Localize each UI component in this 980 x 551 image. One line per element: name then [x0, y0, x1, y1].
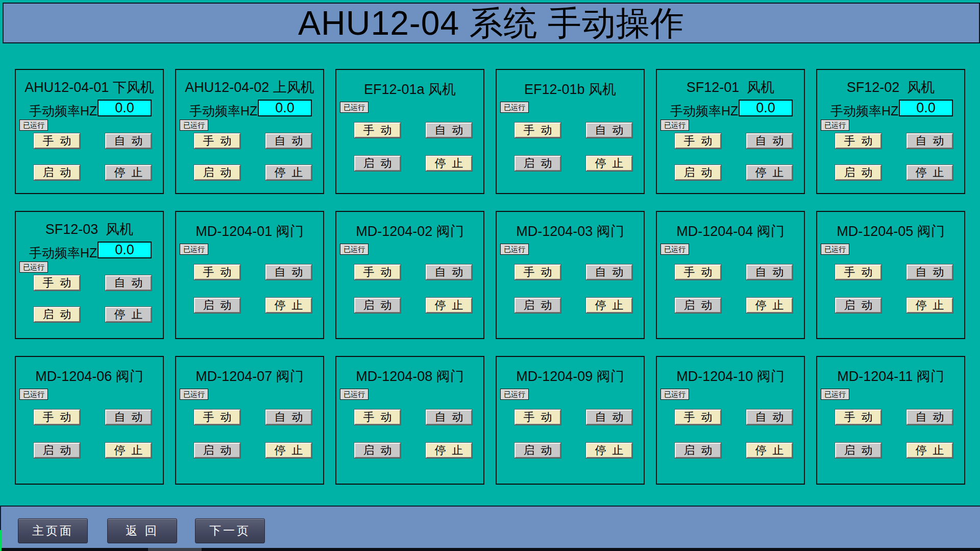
start-button[interactable]: 启 动	[34, 443, 80, 458]
device-panel: MD-1204-10 阀门 已运行 手 动 自 动 启 动 停 止	[656, 356, 805, 485]
auto-button[interactable]: 自 动	[265, 410, 312, 425]
auto-button[interactable]: 自 动	[586, 265, 632, 280]
start-button[interactable]: 启 动	[675, 443, 721, 458]
running-status-badge: 已运行	[821, 244, 849, 255]
stop-button[interactable]: 停 止	[746, 165, 793, 180]
stop-button[interactable]: 停 止	[105, 165, 152, 180]
auto-button[interactable]: 自 动	[105, 133, 152, 149]
next-page-button[interactable]: 下一页	[195, 518, 265, 543]
auto-button[interactable]: 自 动	[586, 123, 632, 138]
running-status-badge: 已运行	[821, 389, 849, 400]
main-page-button[interactable]: 主页面	[18, 518, 88, 543]
device-panel-grid: AHU12-04-01 下风机 手动频率HZ 0.0 已运行 手 动 自 动 启…	[15, 69, 965, 485]
stop-button[interactable]: 停 止	[265, 165, 312, 180]
device-panel: SF12-02 风机 手动频率HZ 0.0 已运行 手 动 自 动 启 动 停 …	[816, 69, 965, 194]
device-title: MD-1204-11 阀门	[817, 367, 964, 386]
start-button[interactable]: 启 动	[354, 443, 401, 458]
stop-button[interactable]: 停 止	[586, 443, 632, 458]
start-button[interactable]: 启 动	[34, 165, 80, 180]
auto-button[interactable]: 自 动	[906, 265, 953, 280]
stop-button[interactable]: 停 止	[105, 443, 152, 458]
auto-button[interactable]: 自 动	[906, 410, 953, 425]
manual-button[interactable]: 手 动	[34, 275, 80, 291]
stop-button[interactable]: 停 止	[265, 298, 312, 313]
device-title: AHU12-04-02 上风机	[176, 78, 323, 97]
manual-button[interactable]: 手 动	[514, 410, 561, 425]
stop-button[interactable]: 停 止	[906, 443, 953, 458]
auto-button[interactable]: 自 动	[265, 265, 312, 280]
auto-button[interactable]: 自 动	[105, 410, 152, 425]
auto-button[interactable]: 自 动	[426, 123, 472, 138]
stop-button[interactable]: 停 止	[586, 156, 632, 171]
auto-button[interactable]: 自 动	[746, 265, 793, 280]
stop-button[interactable]: 停 止	[426, 298, 472, 313]
manual-button[interactable]: 手 动	[675, 265, 721, 280]
start-button[interactable]: 启 动	[354, 156, 401, 171]
manual-button[interactable]: 手 动	[354, 123, 401, 138]
freq-input[interactable]: 0.0	[97, 100, 152, 116]
manual-button[interactable]: 手 动	[675, 410, 721, 425]
manual-button[interactable]: 手 动	[675, 133, 721, 149]
stop-button[interactable]: 停 止	[906, 298, 953, 313]
auto-button[interactable]: 自 动	[746, 410, 793, 425]
stop-button[interactable]: 停 止	[426, 443, 472, 458]
freq-input[interactable]: 0.0	[899, 100, 953, 116]
back-button[interactable]: 返 回	[107, 518, 177, 543]
device-panel: MD-1204-09 阀门 已运行 手 动 自 动 启 动 停 止	[496, 356, 645, 485]
manual-button[interactable]: 手 动	[194, 133, 240, 149]
taskbar-strip-segment	[148, 548, 202, 551]
auto-button[interactable]: 自 动	[906, 133, 953, 149]
manual-button[interactable]: 手 动	[835, 410, 881, 425]
running-status-badge: 已运行	[500, 244, 529, 255]
device-title: EF12-01a 风机	[336, 80, 483, 99]
start-button[interactable]: 启 动	[194, 443, 240, 458]
manual-button[interactable]: 手 动	[194, 265, 240, 280]
stop-button[interactable]: 停 止	[746, 443, 793, 458]
auto-button[interactable]: 自 动	[746, 133, 793, 149]
running-status-badge: 已运行	[180, 244, 208, 255]
stop-button[interactable]: 停 止	[586, 298, 632, 313]
start-button[interactable]: 启 动	[354, 298, 401, 313]
manual-button[interactable]: 手 动	[514, 265, 561, 280]
stop-button[interactable]: 停 止	[265, 443, 312, 458]
manual-button[interactable]: 手 动	[354, 410, 401, 425]
device-title: MD-1204-06 阀门	[16, 367, 163, 386]
manual-button[interactable]: 手 动	[514, 123, 561, 138]
auto-button[interactable]: 自 动	[265, 133, 312, 149]
stop-button[interactable]: 停 止	[746, 298, 793, 313]
manual-button[interactable]: 手 动	[34, 133, 80, 149]
manual-button[interactable]: 手 动	[835, 133, 881, 149]
start-button[interactable]: 启 动	[835, 443, 881, 458]
start-button[interactable]: 启 动	[835, 165, 881, 180]
start-button[interactable]: 启 动	[514, 443, 561, 458]
start-button[interactable]: 启 动	[194, 298, 240, 313]
freq-input[interactable]: 0.0	[739, 100, 793, 116]
start-button[interactable]: 启 动	[675, 165, 721, 180]
auto-button[interactable]: 自 动	[426, 265, 472, 280]
start-button[interactable]: 启 动	[194, 165, 240, 180]
auto-button[interactable]: 自 动	[105, 275, 152, 291]
stop-button[interactable]: 停 止	[426, 156, 472, 171]
manual-button[interactable]: 手 动	[194, 410, 240, 425]
manual-button[interactable]: 手 动	[34, 410, 80, 425]
auto-button[interactable]: 自 动	[586, 410, 632, 425]
start-button[interactable]: 启 动	[514, 298, 561, 313]
stop-button[interactable]: 停 止	[105, 307, 152, 322]
running-status-badge: 已运行	[660, 244, 689, 255]
freq-input[interactable]: 0.0	[97, 242, 152, 258]
device-panel: EF12-01b 风机 已运行 手 动 自 动 启 动 停 止	[496, 69, 645, 194]
manual-button[interactable]: 手 动	[835, 265, 881, 280]
device-title: MD-1204-09 阀门	[497, 367, 644, 386]
device-title: SF12-03 风机	[16, 220, 163, 238]
stop-button[interactable]: 停 止	[906, 165, 953, 180]
start-button[interactable]: 启 动	[34, 307, 80, 322]
start-button[interactable]: 启 动	[514, 156, 561, 171]
manual-button[interactable]: 手 动	[354, 265, 401, 280]
start-button[interactable]: 启 动	[835, 298, 881, 313]
screen-edge-green-line	[0, 530, 2, 551]
freq-label: 手动频率HZ	[830, 103, 898, 119]
auto-button[interactable]: 自 动	[426, 410, 472, 425]
running-status-badge: 已运行	[500, 389, 529, 400]
freq-input[interactable]: 0.0	[258, 100, 312, 116]
start-button[interactable]: 启 动	[675, 298, 721, 313]
